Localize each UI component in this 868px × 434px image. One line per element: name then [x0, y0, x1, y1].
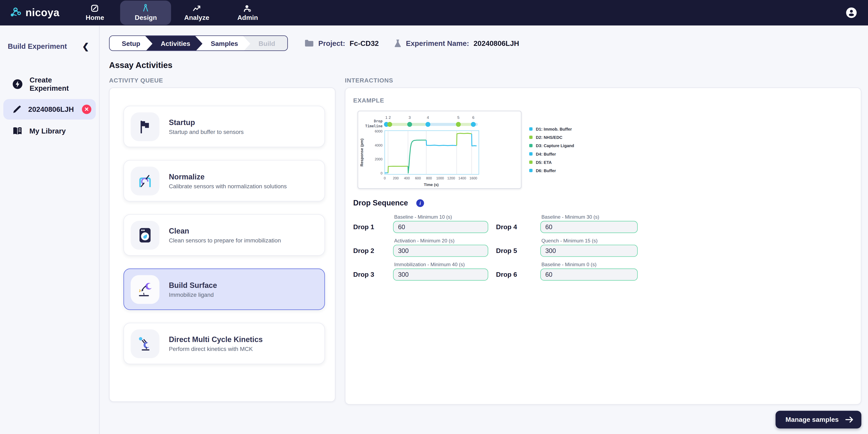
nav-item-analyze[interactable]: Analyze	[171, 0, 222, 25]
legend-swatch	[529, 152, 533, 156]
drop-1-input[interactable]	[393, 221, 488, 233]
drop-5-input[interactable]	[540, 245, 638, 257]
nav-item-design[interactable]: Design	[120, 1, 171, 25]
card-desc: Calibrate sensors with normalization sol…	[169, 183, 287, 189]
timeline-drop-dot	[456, 122, 461, 127]
timeline-drop-number: 1	[385, 115, 387, 120]
timeline-label: Drop	[374, 119, 382, 123]
drop-field-label: Immobilization - Minimum 40 (s)	[394, 262, 488, 268]
timeline-drop-number: 2	[389, 115, 391, 120]
legend-swatch	[529, 161, 533, 164]
clean-icon	[138, 227, 152, 243]
info-icon[interactable]: i	[416, 199, 424, 207]
drop-sequence-grid: Drop 1 Baseline - Minimum 10 (s) Drop 4 …	[353, 214, 853, 281]
drop-3-input[interactable]	[393, 269, 488, 281]
page-title: Assay Activities	[109, 60, 861, 70]
nav-item-admin[interactable]: Admin	[222, 0, 273, 25]
interactions-header: INTERACTIONS	[345, 77, 861, 84]
legend-item: D6: Buffer	[529, 168, 574, 173]
timeline-drop-number: 5	[457, 115, 459, 120]
sidebar-item-create-experiment[interactable]: Create Experiment	[3, 70, 96, 98]
legend-swatch	[529, 144, 533, 147]
top-nav: nicoya Home Design	[0, 0, 868, 25]
card-desc: Clean sensors to prepare for immobilizat…	[169, 237, 281, 243]
manage-samples-label: Manage samples	[785, 416, 839, 424]
drop-4-input[interactable]	[540, 221, 638, 233]
step-setup[interactable]: Setup	[110, 36, 152, 51]
y-tick-label: 4000	[375, 144, 382, 147]
brand[interactable]: nicoya	[0, 6, 69, 19]
normalize-icon	[137, 173, 153, 189]
close-experiment-icon[interactable]: ✕	[82, 104, 91, 114]
y-tick-label: 6000	[375, 129, 382, 133]
card-title: Clean	[169, 227, 281, 235]
activity-card-direct-mck[interactable]: Direct Multi Cycle Kinetics Perform dire…	[123, 323, 325, 364]
nav-label: Home	[86, 13, 104, 21]
drop-field-label: Baseline - Minimum 10 (s)	[394, 214, 488, 220]
x-tick-label: 800	[426, 176, 432, 180]
arrow-right-icon	[845, 416, 854, 423]
drop-name: Drop 6	[496, 264, 533, 278]
drop-field: Baseline - Minimum 0 (s)	[540, 262, 638, 281]
context-bar: Project: Fc-CD32 Experiment Name: 202408…	[304, 39, 530, 47]
drop-6-input[interactable]	[540, 269, 638, 281]
drop-field-label: Quench - Minimum 15 (s)	[541, 238, 638, 244]
experiment-name-label: Experiment Name:	[406, 39, 469, 47]
sidebar: Build Experiment ❮ Create Experiment	[0, 25, 100, 434]
timeline-drop-number: 3	[409, 115, 411, 120]
legend-label: D2: NHS/EDC	[536, 135, 562, 140]
legend-item: D2: NHS/EDC	[529, 135, 574, 140]
timeline-label: Timeline	[365, 124, 382, 128]
legend-label: D3: Capture Ligand	[536, 143, 574, 148]
drop-field: Immobilization - Minimum 40 (s)	[393, 262, 488, 281]
sidebar-item-my-library[interactable]: My Library	[3, 121, 96, 141]
account-avatar-icon[interactable]	[846, 7, 857, 19]
sidebar-item-label: My Library	[29, 127, 66, 135]
nav-label: Admin	[237, 13, 258, 21]
x-tick-label: 600	[415, 176, 421, 180]
bolt-icon	[12, 79, 23, 90]
activity-card-build-surface[interactable]: Build Surface Immobilize ligand	[123, 269, 325, 310]
flask-icon	[394, 39, 402, 47]
drop-field: Baseline - Minimum 30 (s)	[540, 214, 638, 233]
drop-2-input[interactable]	[393, 245, 488, 257]
legend-label: D6: Buffer	[536, 168, 556, 173]
project-label: Project:	[318, 39, 345, 47]
shell: Build Experiment ❮ Create Experiment	[0, 25, 868, 434]
admin-user-gear-icon	[244, 4, 252, 12]
icon-tile	[131, 220, 159, 249]
example-chart-svg: DropTimeline1234560200040006000020040060…	[358, 111, 522, 189]
legend-swatch	[529, 169, 533, 172]
drop-field: Quench - Minimum 15 (s)	[540, 238, 638, 257]
activity-card-normalize[interactable]: Normalize Calibrate sensors with normali…	[123, 160, 325, 202]
card-title: Build Surface	[169, 281, 217, 289]
sidebar-item-experiment[interactable]: 20240806LJH ✕	[3, 99, 96, 120]
activity-card-startup[interactable]: Startup Startup and buffer to sensors	[123, 106, 325, 147]
experiment-name-value: 20240806LJH	[473, 39, 519, 47]
nav-label: Design	[135, 14, 157, 22]
step-samples[interactable]: Samples	[195, 36, 250, 51]
card-title: Direct Multi Cycle Kinetics	[169, 335, 263, 343]
activity-queue-header: ACTIVITY QUEUE	[109, 77, 336, 84]
flag-icon	[138, 119, 152, 134]
card-title: Normalize	[169, 173, 287, 181]
kinetics-icon	[137, 335, 153, 352]
plot-frame	[385, 131, 479, 175]
legend-item: D1: Immob. Buffer	[529, 126, 574, 131]
card-desc: Perform direct kinetics with MCK	[169, 345, 263, 352]
drop-field-label: Baseline - Minimum 0 (s)	[541, 262, 638, 268]
x-tick-label: 400	[404, 176, 410, 180]
drop-name: Drop 3	[353, 264, 385, 278]
card-title: Startup	[169, 118, 244, 126]
drop-name: Drop 4	[496, 217, 533, 230]
drop-name: Drop 5	[496, 241, 533, 254]
activity-card-clean[interactable]: Clean Clean sensors to prepare for immob…	[123, 214, 325, 256]
step-activities[interactable]: Activities	[145, 36, 203, 51]
icon-tile	[131, 112, 159, 141]
legend-label: D1: Immob. Buffer	[536, 126, 572, 131]
card-desc: Immobilize ligand	[169, 291, 217, 298]
manage-samples-button[interactable]: Manage samples	[776, 411, 861, 428]
sidebar-collapse-chevron-icon[interactable]: ❮	[82, 42, 89, 51]
timeline-drop-dot	[471, 122, 476, 127]
nav-item-home[interactable]: Home	[69, 0, 120, 25]
